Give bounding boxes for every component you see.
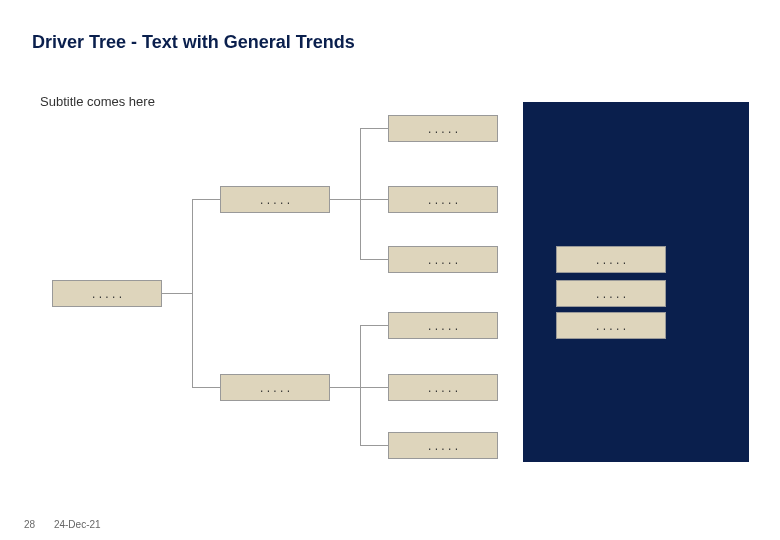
- connector: [360, 128, 361, 260]
- connector: [360, 325, 388, 326]
- connector: [360, 445, 388, 446]
- tree-root-box: . . . . .: [52, 280, 162, 307]
- tree-leaf-5: . . . . .: [388, 374, 498, 401]
- tree-leaf-2: . . . . .: [388, 186, 498, 213]
- tree-leaf-6: . . . . .: [388, 432, 498, 459]
- tree-leaf-1: . . . . .: [388, 115, 498, 142]
- slide-subtitle: Subtitle comes here: [40, 94, 155, 109]
- connector: [192, 199, 220, 200]
- connector: [360, 325, 361, 446]
- connector: [330, 199, 360, 200]
- connector: [162, 293, 192, 294]
- connector: [360, 199, 388, 200]
- trend-box-2: . . . . .: [556, 280, 666, 307]
- connector: [360, 387, 388, 388]
- slide-title: Driver Tree - Text with General Trends: [32, 32, 355, 53]
- trend-box-1: . . . . .: [556, 246, 666, 273]
- connector: [192, 387, 220, 388]
- connector: [192, 199, 193, 388]
- trend-box-3: . . . . .: [556, 312, 666, 339]
- tree-branch-top: . . . . .: [220, 186, 330, 213]
- tree-leaf-3: . . . . .: [388, 246, 498, 273]
- connector: [360, 259, 388, 260]
- page-number: 28: [24, 519, 35, 530]
- slide-footer: 28 24-Dec-21: [24, 519, 101, 530]
- footer-date: 24-Dec-21: [54, 519, 101, 530]
- tree-leaf-4: . . . . .: [388, 312, 498, 339]
- tree-branch-bottom: . . . . .: [220, 374, 330, 401]
- connector: [360, 128, 388, 129]
- connector: [330, 387, 360, 388]
